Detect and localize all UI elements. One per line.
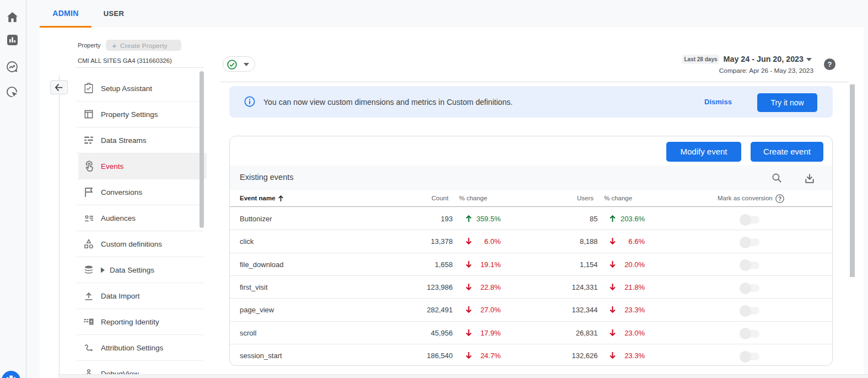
svg-text:?: ?	[778, 196, 781, 202]
